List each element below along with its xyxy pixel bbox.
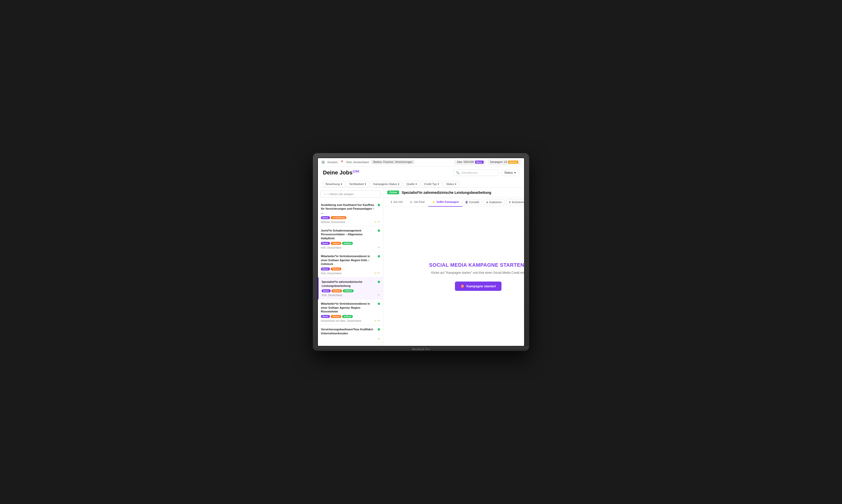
plus-icon: + (324, 193, 326, 196)
list-item[interactable]: Mitarbeiter*in Vertriebsinnendienst in e… (318, 252, 383, 277)
job-item-header: Jurist*in Schadenmanagement Personenschä… (321, 229, 380, 240)
job-tags: Basic Teilzeit Vollzeit (321, 315, 380, 318)
job-title: Versicherungskaufmann*frau Kraftfahrt-Un… (321, 327, 378, 335)
orange-circle-icon: ⊙ (374, 272, 376, 274)
campaign-title: SOCIAL MEDIA KAMPAGNE STARTEN? (429, 262, 525, 268)
campaign-description: Klicke auf "Kampagne starten" und löse e… (431, 271, 525, 274)
filter-bewerbung[interactable]: Bewerbung ▾ (323, 181, 345, 187)
job-item-header: Ausbildung zum Kaufmann*zur Kauffrau für… (321, 203, 380, 215)
industry-tag[interactable]: Banken, Finanzen, Versicherungen (371, 160, 415, 164)
duplicate-icon: ⊕ (486, 201, 488, 204)
job-location: Rüsselsheim am Main, Deutschland (321, 320, 361, 322)
macbook-base: MacBook Pro (313, 346, 529, 351)
top-bar: 🏢 Konzern 📍 Köln, Deutschland Banken, Fi… (318, 158, 524, 166)
meta14-badge: Meta14 (508, 161, 518, 164)
filter-sichtbarkeit[interactable]: Sichtbarkeit ▾ (347, 181, 369, 187)
campaign-count-badge: Kampagne: 1/2 Meta14 (488, 160, 521, 165)
jobs-count-badge: Jobs: 559/1500 Basic (454, 160, 486, 165)
job-detail-title: Spezialist*in zahnmedizinische Leistungs… (402, 191, 491, 195)
job-detail-header: Online Spezialist*in zahnmedizinische Le… (383, 187, 525, 198)
job-title: Spezialist*in zahnmedizinische Leistungs… (322, 280, 378, 288)
archive-icon: ⬇ (509, 201, 511, 204)
status-dropdown[interactable]: Status ▾ (501, 169, 519, 176)
location-label: Köln, Deutschland (346, 161, 369, 164)
filter-status[interactable]: Status ▾ (443, 181, 459, 187)
online-badge: Online (387, 191, 399, 194)
tabs-left: ℹ Job Info ◎ Job Real ⚡ SoMe Kampagne (387, 198, 462, 206)
top-bar-left: 🏢 Konzern 📍 Köln, Deutschland Banken, Fi… (321, 160, 415, 164)
duplicate-button[interactable]: ⊕ Duplizieren (484, 199, 505, 205)
circle-icon: ◎ (410, 200, 413, 204)
filter-credit-typ[interactable]: Credit Typ ▾ (421, 181, 442, 187)
list-item[interactable]: Jurist*in Schadenmanagement Personenschä… (318, 226, 383, 252)
job-tags: Basic Ausbildung (321, 216, 380, 219)
list-item[interactable]: Versicherungskaufmann*frau Kraftfahrt-Un… (318, 325, 383, 343)
status-dot (378, 303, 380, 305)
chevron-icon: ▾ (341, 182, 342, 186)
tab-job-real[interactable]: ◎ Job Real (406, 198, 428, 206)
tag-teilzeit: Teilzeit (331, 315, 341, 318)
header: Deine Jobs1194 🔍 Schnellsuche Status ▾ B… (318, 166, 524, 187)
job-tags: Basic Teilzeit Vollzeit (321, 242, 380, 245)
tag-vollzeit: Vollzeit (342, 315, 353, 318)
screen: 🏢 Konzern 📍 Köln, Deutschland Banken, Fi… (317, 158, 525, 346)
chevron-icon: ▾ (455, 182, 456, 186)
chevron-icon: ▾ (416, 182, 417, 186)
job-location: Köln, Deutschland (321, 272, 341, 275)
chevron-icon: ▾ (438, 182, 439, 186)
tag-basic: Basic (321, 315, 330, 318)
basic-badge: Basic (475, 161, 484, 164)
tabs-right: 🔮 FunnelAI ⊕ Duplizieren ⬇ Archivieren (462, 199, 525, 205)
job-tags: Basic Teilzeit (321, 268, 380, 270)
funnel-ai-button[interactable]: 🔮 FunnelAI (462, 199, 482, 205)
filter-kampagnen-status[interactable]: Kampagnen-Status ▾ (370, 181, 402, 187)
header-actions: 🔍 Schnellsuche Status ▾ (453, 169, 519, 176)
job-tags: Basic Teilzeit Vollzeit (322, 289, 380, 292)
sidebar: + + Neuen Job anlegen Ausbildung zum Kau… (318, 187, 383, 346)
archive-button[interactable]: ⬇ Archivieren (506, 199, 525, 205)
tag-ausbildung: Ausbildung (331, 216, 346, 219)
main-content: + + Neuen Job anlegen Ausbildung zum Kau… (318, 187, 524, 346)
edit-icon[interactable]: ✏ (378, 246, 380, 249)
tab-job-info[interactable]: ℹ Job Info (387, 198, 406, 206)
status-dot (378, 230, 380, 232)
tag-vollzeit: Vollzeit (342, 242, 353, 245)
orange-circle-icon: ⊙ (378, 337, 380, 340)
edit-icon[interactable]: ✏ (378, 220, 380, 223)
list-item[interactable]: Mitarbeiter*in Vertriebsinnendienst in e… (318, 300, 383, 325)
building-icon: 🏢 (321, 160, 325, 164)
new-job-button[interactable]: + + Neuen Job anlegen (320, 191, 381, 198)
page-title: Deine Jobs1194 (323, 169, 359, 176)
status-dot (378, 281, 380, 283)
job-title: Ausbildung zum Kaufmann*zur Kauffrau für… (321, 203, 378, 215)
edit-icon[interactable]: ✏ (378, 293, 380, 296)
job-item-header: Mitarbeiter*in Vertriebsinnendienst in e… (321, 302, 380, 313)
header-top: Deine Jobs1194 🔍 Schnellsuche Status ▾ (323, 169, 519, 176)
funnel-icon: 🔮 (465, 201, 468, 204)
list-item[interactable]: Ausbildung zum Kaufmann*zur Kauffrau für… (318, 201, 383, 226)
laptop-frame: 🏢 Konzern 📍 Köln, Deutschland Banken, Fi… (313, 153, 529, 351)
konzern-label: Konzern (328, 161, 338, 164)
job-item-header: Mitarbeiter*in Vertriebsinnendienst in e… (321, 254, 380, 266)
job-location: Köln, Deutschland (321, 246, 341, 249)
search-icon: 🔍 (456, 171, 460, 175)
tag-vollzeit: Vollzeit (343, 289, 354, 292)
edit-icon[interactable]: ✏ (378, 271, 380, 275)
job-title: Mitarbeiter*in Vertriebsinnendienst in e… (321, 302, 378, 313)
lightning-icon: ⚡ (432, 200, 435, 204)
search-box[interactable]: 🔍 Schnellsuche (453, 169, 498, 176)
campaign-content: SOCIAL MEDIA KAMPAGNE STARTEN? Klicke au… (383, 207, 525, 346)
filter-quelle[interactable]: Quelle ▾ (404, 181, 420, 187)
tag-teilzeit: Teilzeit (332, 289, 342, 292)
status-dot (378, 204, 380, 206)
chevron-down-icon: ▾ (514, 171, 516, 175)
list-item[interactable]: Spezialist*in zahnmedizinische Leistungs… (318, 277, 383, 300)
job-title: Mitarbeiter*in Vertriebsinnendienst in e… (321, 254, 378, 266)
chevron-icon: ▾ (365, 182, 366, 186)
edit-icon[interactable]: ✏ (378, 319, 380, 322)
tab-some-kampagne[interactable]: ⚡ SoMe Kampagne (428, 198, 462, 206)
search-placeholder: Schnellsuche (461, 171, 478, 174)
start-campaign-button[interactable]: 🎯 Kampagne starten! (455, 282, 502, 291)
tag-basic: Basic (322, 289, 331, 292)
info-icon: ℹ (391, 200, 392, 204)
